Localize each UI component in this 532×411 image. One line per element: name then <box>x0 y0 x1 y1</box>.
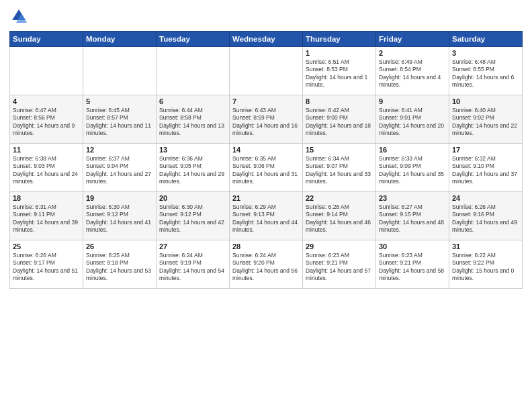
day-number: 11 <box>13 146 80 154</box>
day-number: 10 <box>452 97 519 105</box>
calendar-header-tuesday: Tuesday <box>157 32 230 47</box>
calendar-cell: 10Sunrise: 6:40 AM Sunset: 9:02 PM Dayli… <box>449 95 523 144</box>
calendar-week-5: 25Sunrise: 6:26 AM Sunset: 9:17 PM Dayli… <box>10 240 523 289</box>
day-number: 24 <box>452 194 519 202</box>
calendar-table: SundayMondayTuesdayWednesdayThursdayFrid… <box>9 31 523 289</box>
day-number: 19 <box>86 194 153 202</box>
calendar-cell: 8Sunrise: 6:42 AM Sunset: 9:00 PM Daylig… <box>303 95 376 144</box>
day-info: Sunrise: 6:31 AM Sunset: 9:11 PM Dayligh… <box>13 203 78 233</box>
calendar-cell: 1Sunrise: 6:51 AM Sunset: 8:53 PM Daylig… <box>303 47 376 95</box>
day-info: Sunrise: 6:44 AM Sunset: 8:58 PM Dayligh… <box>159 107 224 136</box>
day-number: 15 <box>306 146 373 154</box>
calendar-cell: 4Sunrise: 6:47 AM Sunset: 8:56 PM Daylig… <box>10 95 83 144</box>
calendar-header-row: SundayMondayTuesdayWednesdayThursdayFrid… <box>10 32 523 47</box>
day-info: Sunrise: 6:26 AM Sunset: 9:17 PM Dayligh… <box>13 252 78 281</box>
day-info: Sunrise: 6:22 AM Sunset: 9:22 PM Dayligh… <box>452 252 514 281</box>
day-number: 17 <box>452 146 519 154</box>
calendar-cell <box>10 47 83 95</box>
day-number: 18 <box>13 194 80 202</box>
calendar-cell: 5Sunrise: 6:45 AM Sunset: 8:57 PM Daylig… <box>83 95 157 144</box>
calendar-cell: 21Sunrise: 6:29 AM Sunset: 9:13 PM Dayli… <box>230 192 303 240</box>
day-number: 27 <box>159 242 226 250</box>
day-number: 9 <box>379 97 446 105</box>
calendar-cell: 28Sunrise: 6:24 AM Sunset: 9:20 PM Dayli… <box>230 240 303 289</box>
day-info: Sunrise: 6:40 AM Sunset: 9:02 PM Dayligh… <box>452 107 517 136</box>
day-info: Sunrise: 6:29 AM Sunset: 9:13 PM Dayligh… <box>232 203 298 233</box>
calendar-cell: 11Sunrise: 6:38 AM Sunset: 9:03 PM Dayli… <box>10 144 83 192</box>
day-info: Sunrise: 6:49 AM Sunset: 8:54 PM Dayligh… <box>379 58 441 88</box>
day-number: 3 <box>452 49 519 57</box>
day-info: Sunrise: 6:25 AM Sunset: 9:18 PM Dayligh… <box>86 252 151 281</box>
calendar-cell: 2Sunrise: 6:49 AM Sunset: 8:54 PM Daylig… <box>376 47 449 95</box>
calendar-cell: 9Sunrise: 6:41 AM Sunset: 9:01 PM Daylig… <box>376 95 449 144</box>
calendar-cell: 30Sunrise: 6:23 AM Sunset: 9:21 PM Dayli… <box>376 240 449 289</box>
day-number: 28 <box>232 242 300 250</box>
day-info: Sunrise: 6:23 AM Sunset: 9:21 PM Dayligh… <box>306 252 371 281</box>
day-info: Sunrise: 6:32 AM Sunset: 9:10 PM Dayligh… <box>452 155 517 185</box>
calendar-cell: 16Sunrise: 6:33 AM Sunset: 9:09 PM Dayli… <box>376 144 449 192</box>
day-info: Sunrise: 6:24 AM Sunset: 9:19 PM Dayligh… <box>159 252 224 281</box>
page: SundayMondayTuesdayWednesdayThursdayFrid… <box>0 0 532 411</box>
calendar-cell: 26Sunrise: 6:25 AM Sunset: 9:18 PM Dayli… <box>83 240 157 289</box>
calendar-cell: 7Sunrise: 6:43 AM Sunset: 8:59 PM Daylig… <box>230 95 303 144</box>
day-info: Sunrise: 6:35 AM Sunset: 9:06 PM Dayligh… <box>232 155 298 185</box>
calendar-cell: 17Sunrise: 6:32 AM Sunset: 9:10 PM Dayli… <box>449 144 523 192</box>
calendar-cell <box>230 47 303 95</box>
day-info: Sunrise: 6:43 AM Sunset: 8:59 PM Dayligh… <box>232 107 298 136</box>
calendar-header-sunday: Sunday <box>10 32 83 47</box>
calendar-cell: 31Sunrise: 6:22 AM Sunset: 9:22 PM Dayli… <box>449 240 523 289</box>
day-info: Sunrise: 6:30 AM Sunset: 9:12 PM Dayligh… <box>159 203 224 233</box>
calendar-cell: 27Sunrise: 6:24 AM Sunset: 9:19 PM Dayli… <box>157 240 230 289</box>
day-number: 16 <box>379 146 446 154</box>
day-number: 14 <box>232 146 300 154</box>
calendar-header-thursday: Thursday <box>303 32 376 47</box>
day-info: Sunrise: 6:38 AM Sunset: 9:03 PM Dayligh… <box>13 155 78 185</box>
day-info: Sunrise: 6:27 AM Sunset: 9:15 PM Dayligh… <box>379 203 444 233</box>
calendar-cell <box>157 47 230 95</box>
calendar-header-friday: Friday <box>376 32 449 47</box>
day-info: Sunrise: 6:34 AM Sunset: 9:07 PM Dayligh… <box>306 155 371 185</box>
day-number: 5 <box>86 97 153 105</box>
calendar-week-3: 11Sunrise: 6:38 AM Sunset: 9:03 PM Dayli… <box>10 144 523 192</box>
day-number: 31 <box>452 242 519 250</box>
calendar-header-wednesday: Wednesday <box>230 32 303 47</box>
day-number: 30 <box>379 242 446 250</box>
calendar-header-monday: Monday <box>83 32 157 47</box>
day-info: Sunrise: 6:23 AM Sunset: 9:21 PM Dayligh… <box>379 252 444 281</box>
day-info: Sunrise: 6:45 AM Sunset: 8:57 PM Dayligh… <box>86 107 151 136</box>
calendar-week-2: 4Sunrise: 6:47 AM Sunset: 8:56 PM Daylig… <box>10 95 523 144</box>
day-info: Sunrise: 6:41 AM Sunset: 9:01 PM Dayligh… <box>379 107 444 136</box>
calendar-cell: 12Sunrise: 6:37 AM Sunset: 9:04 PM Dayli… <box>83 144 157 192</box>
logo-icon <box>9 7 28 26</box>
day-info: Sunrise: 6:30 AM Sunset: 9:12 PM Dayligh… <box>86 203 151 233</box>
day-number: 2 <box>379 49 446 57</box>
day-info: Sunrise: 6:24 AM Sunset: 9:20 PM Dayligh… <box>232 252 298 281</box>
calendar-cell: 15Sunrise: 6:34 AM Sunset: 9:07 PM Dayli… <box>303 144 376 192</box>
calendar-cell: 24Sunrise: 6:26 AM Sunset: 9:16 PM Dayli… <box>449 192 523 240</box>
day-number: 20 <box>159 194 226 202</box>
calendar-cell: 3Sunrise: 6:48 AM Sunset: 8:55 PM Daylig… <box>449 47 523 95</box>
calendar-week-4: 18Sunrise: 6:31 AM Sunset: 9:11 PM Dayli… <box>10 192 523 240</box>
day-number: 1 <box>306 49 373 57</box>
day-number: 8 <box>306 97 373 105</box>
day-info: Sunrise: 6:42 AM Sunset: 9:00 PM Dayligh… <box>306 107 371 136</box>
calendar-cell: 18Sunrise: 6:31 AM Sunset: 9:11 PM Dayli… <box>10 192 83 240</box>
day-number: 25 <box>13 242 80 250</box>
calendar-header-saturday: Saturday <box>449 32 523 47</box>
calendar-week-1: 1Sunrise: 6:51 AM Sunset: 8:53 PM Daylig… <box>10 47 523 95</box>
day-info: Sunrise: 6:48 AM Sunset: 8:55 PM Dayligh… <box>452 58 514 88</box>
header <box>9 7 523 26</box>
day-number: 12 <box>86 146 153 154</box>
day-number: 13 <box>159 146 226 154</box>
calendar-cell <box>83 47 157 95</box>
day-number: 7 <box>232 97 300 105</box>
day-info: Sunrise: 6:33 AM Sunset: 9:09 PM Dayligh… <box>379 155 444 185</box>
day-number: 21 <box>232 194 300 202</box>
logo <box>9 7 31 26</box>
calendar-cell: 13Sunrise: 6:36 AM Sunset: 9:05 PM Dayli… <box>157 144 230 192</box>
day-number: 4 <box>13 97 80 105</box>
calendar-cell: 14Sunrise: 6:35 AM Sunset: 9:06 PM Dayli… <box>230 144 303 192</box>
calendar-cell: 19Sunrise: 6:30 AM Sunset: 9:12 PM Dayli… <box>83 192 157 240</box>
day-number: 22 <box>306 194 373 202</box>
calendar-cell: 23Sunrise: 6:27 AM Sunset: 9:15 PM Dayli… <box>376 192 449 240</box>
